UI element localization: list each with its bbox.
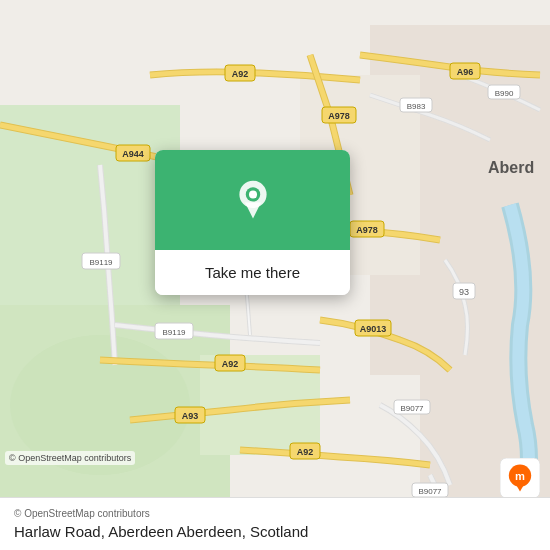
location-text: Harlaw Road, Aberdeen Aberdeen, Scotland xyxy=(14,523,536,540)
popup-header xyxy=(155,150,350,250)
info-bar: © OpenStreetMap contributors Harlaw Road… xyxy=(0,497,550,550)
svg-text:B9119: B9119 xyxy=(89,258,113,267)
svg-text:Aberd: Aberd xyxy=(488,159,534,176)
svg-text:m: m xyxy=(515,470,525,482)
svg-text:B9077: B9077 xyxy=(418,487,442,496)
take-me-there-button[interactable]: Take me there xyxy=(155,250,350,295)
svg-text:A978: A978 xyxy=(328,111,350,121)
location-pin-icon xyxy=(233,180,273,220)
svg-text:A9013: A9013 xyxy=(360,324,387,334)
svg-text:B990: B990 xyxy=(495,89,514,98)
osm-map-attribution: © OpenStreetMap contributors xyxy=(5,451,135,465)
svg-text:93: 93 xyxy=(459,287,469,297)
svg-marker-43 xyxy=(245,202,261,218)
svg-text:A92: A92 xyxy=(232,69,249,79)
svg-text:A92: A92 xyxy=(297,447,314,457)
svg-text:A978: A978 xyxy=(356,225,378,235)
svg-text:B983: B983 xyxy=(407,102,426,111)
svg-text:A93: A93 xyxy=(182,411,199,421)
svg-point-42 xyxy=(249,190,257,198)
map-container: A92 A96 A978 A944 B983 B990 A978 B9119 B… xyxy=(0,0,550,550)
svg-rect-0 xyxy=(0,105,180,325)
moovit-logo: m xyxy=(500,458,540,502)
attribution-text: © OpenStreetMap contributors xyxy=(14,508,536,519)
svg-text:B9119: B9119 xyxy=(162,328,186,337)
popup-card: Take me there xyxy=(155,150,350,295)
svg-text:B9077: B9077 xyxy=(400,404,424,413)
svg-text:A92: A92 xyxy=(222,359,239,369)
svg-text:A96: A96 xyxy=(457,67,474,77)
svg-text:A944: A944 xyxy=(122,149,144,159)
